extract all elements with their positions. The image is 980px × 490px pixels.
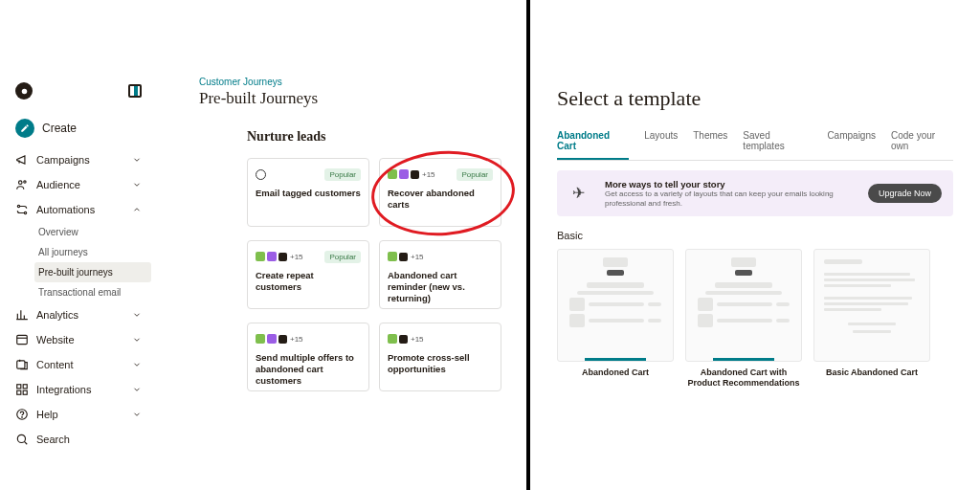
popular-badge: Popular	[324, 168, 361, 181]
search-icon	[15, 433, 29, 446]
promo-subtext: Get access to a variety of layouts that …	[605, 189, 858, 208]
shopify-icon	[256, 252, 265, 261]
automations-subnav: Overview All journeys Pre-built journeys…	[6, 222, 151, 302]
svg-rect-8	[17, 385, 21, 389]
main-content: Customer Journeys Pre-built Journeys Nur…	[157, 77, 526, 490]
tab-layouts[interactable]: Layouts	[644, 130, 678, 160]
template-label: Abandoned Cart	[557, 368, 674, 378]
svg-point-14	[17, 434, 25, 442]
journey-card-abandoned-cart-reminder[interactable]: +15 Abandoned cart reminder (new vs. ret…	[379, 240, 501, 309]
more-integrations-count: +15	[422, 170, 435, 179]
integration-icon	[278, 335, 287, 344]
create-label: Create	[42, 122, 77, 135]
template-basic-abandoned-cart[interactable]: Basic Abandoned Cart	[813, 249, 930, 389]
integration-icon	[399, 335, 408, 344]
chevron-down-icon	[132, 385, 142, 394]
chevron-up-icon	[132, 205, 142, 214]
sidebar-item-content[interactable]: Content	[6, 352, 151, 377]
svg-line-15	[24, 441, 27, 444]
journey-card-send-multiple-offers[interactable]: +15 Send multiple offers to abandoned ca…	[247, 323, 369, 391]
svg-point-0	[21, 88, 27, 94]
card-title: Promote cross-sell opportunities	[388, 352, 493, 375]
page-title: Pre-built Journeys	[199, 89, 507, 108]
tab-campaigns[interactable]: Campaigns	[827, 130, 876, 160]
help-icon	[15, 408, 29, 421]
subnav-overview[interactable]: Overview	[34, 222, 151, 242]
window-icon	[15, 333, 29, 346]
globe-icon	[256, 169, 266, 180]
tab-saved-templates[interactable]: Saved templates	[743, 130, 812, 160]
integration-icon	[411, 170, 419, 179]
shopify-icon	[388, 252, 397, 261]
collapse-sidebar-icon[interactable]	[128, 84, 142, 98]
sidebar-item-search[interactable]: Search	[6, 427, 151, 452]
journey-card-email-tagged-customers[interactable]: Popular Email tagged customers	[247, 158, 369, 227]
sidebar-item-automations[interactable]: Automations	[6, 197, 151, 222]
svg-point-4	[24, 212, 26, 213]
tab-themes[interactable]: Themes	[693, 130, 727, 160]
more-integrations-count: +15	[411, 253, 424, 261]
shopify-icon	[256, 334, 265, 344]
sidebar-item-analytics[interactable]: Analytics	[6, 302, 151, 327]
card-title: Abandoned cart reminder (new vs. returni…	[388, 270, 493, 304]
template-tabs: Abandoned Cart Layouts Themes Saved temp…	[557, 130, 953, 161]
journey-card-recover-abandoned-carts[interactable]: +15 Popular Recover abandoned carts	[379, 158, 501, 227]
section-heading: Basic	[557, 230, 953, 241]
people-icon	[15, 178, 29, 191]
upgrade-promo-banner: More ways to tell your story Get access …	[557, 170, 953, 216]
create-button[interactable]: Create	[6, 115, 151, 147]
popular-badge: Popular	[457, 168, 493, 181]
template-preview	[685, 249, 802, 362]
chevron-down-icon	[132, 410, 142, 419]
card-title: Recover abandoned carts	[388, 188, 493, 211]
svg-point-13	[22, 417, 23, 418]
card-title: Email tagged customers	[256, 188, 361, 199]
tab-abandoned-cart[interactable]: Abandoned Cart	[557, 130, 629, 160]
template-label: Abandoned Cart with Product Recommendati…	[685, 368, 802, 389]
journey-card-create-repeat-customers[interactable]: +15 Popular Create repeat customers	[247, 240, 369, 309]
chevron-down-icon	[132, 155, 142, 165]
megaphone-icon	[15, 153, 29, 167]
paper-plane-icon	[568, 184, 595, 203]
chevron-down-icon	[132, 335, 142, 345]
svg-point-3	[17, 205, 19, 207]
card-title: Send multiple offers to abandoned cart c…	[256, 352, 361, 387]
sidebar-item-help[interactable]: Help	[6, 402, 151, 427]
sidebar-item-website[interactable]: Website	[6, 327, 151, 352]
shopify-icon	[388, 169, 397, 179]
subnav-transactional-email[interactable]: Transactional email	[34, 282, 151, 302]
breadcrumb[interactable]: Customer Journeys	[199, 77, 507, 87]
chevron-down-icon	[132, 360, 142, 369]
sidebar-item-integrations[interactable]: Integrations	[6, 377, 151, 402]
chart-icon	[15, 308, 29, 322]
template-abandoned-cart[interactable]: Abandoned Cart	[557, 249, 674, 389]
svg-point-1	[19, 181, 23, 185]
tab-code-your-own[interactable]: Code your own	[891, 130, 953, 160]
template-label: Basic Abandoned Cart	[813, 368, 930, 378]
chevron-down-icon	[132, 310, 142, 320]
sidebar: Create Campaigns Audience Automations Ov…	[0, 77, 157, 490]
subnav-all-journeys[interactable]: All journeys	[34, 242, 151, 262]
template-preview	[557, 249, 674, 362]
svg-rect-10	[17, 390, 21, 394]
svg-rect-5	[17, 335, 28, 344]
template-abandoned-cart-recommendations[interactable]: Abandoned Cart with Product Recommendati…	[685, 249, 802, 389]
integration-icon	[399, 253, 408, 261]
chevron-down-icon	[132, 180, 142, 189]
template-preview	[813, 249, 930, 362]
pencil-icon	[15, 119, 34, 138]
subnav-prebuilt-journeys[interactable]: Pre-built journeys	[34, 262, 151, 282]
sidebar-item-campaigns[interactable]: Campaigns	[6, 147, 151, 172]
grid-icon	[15, 383, 29, 396]
section-heading: Nurture leads	[247, 129, 507, 145]
woocommerce-icon	[267, 252, 277, 261]
woocommerce-icon	[267, 334, 277, 344]
integration-icon	[278, 253, 287, 261]
journey-card-promote-cross-sell[interactable]: +15 Promote cross-sell opportunities	[379, 323, 501, 391]
mailchimp-logo[interactable]	[15, 82, 33, 100]
sidebar-item-audience[interactable]: Audience	[6, 172, 151, 197]
automation-icon	[15, 203, 29, 216]
svg-rect-11	[23, 390, 27, 394]
more-integrations-count: +15	[290, 335, 303, 344]
upgrade-now-button[interactable]: Upgrade Now	[868, 184, 942, 203]
